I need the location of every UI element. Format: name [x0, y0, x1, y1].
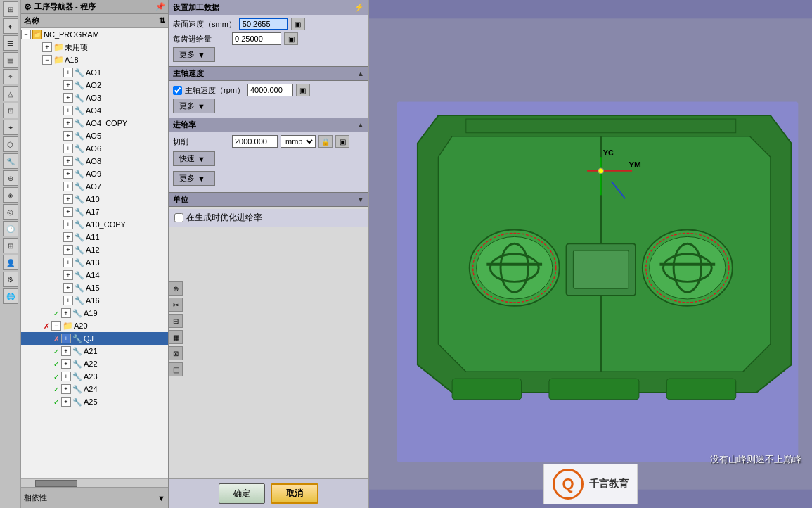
toolbar-icon-10[interactable]: 🔧	[3, 153, 18, 169]
toolbar-icon-8[interactable]: ✦	[3, 120, 18, 135]
h-scrollbar[interactable]	[21, 478, 168, 487]
tree-item-a15[interactable]: + 🔧 A15	[21, 281, 168, 294]
tree-item-qj[interactable]: ✗ + 🔧 QJ	[21, 332, 168, 345]
toolbar-icon-18[interactable]: 🌐	[3, 288, 18, 304]
toggle-a10copy[interactable]: +	[63, 220, 73, 229]
side-icon-6[interactable]: ◫	[169, 362, 183, 376]
tree-item-a18[interactable]: − 📁 A18	[21, 53, 168, 66]
toggle-ao9[interactable]: +	[63, 169, 73, 179]
tree-item-a16[interactable]: + 🔧 A16	[21, 294, 168, 307]
toolbar-icon-4[interactable]: ▤	[3, 52, 18, 68]
dialog-title-icon[interactable]: ⚡	[354, 3, 364, 12]
unit-section-header[interactable]: 单位 ▼	[169, 192, 368, 207]
tree-item-a20[interactable]: ✗ − 📁 A20	[21, 319, 168, 332]
spindle-speed-btn[interactable]: ▣	[296, 84, 310, 96]
tree-item-a12[interactable]: + 🔧 A12	[21, 243, 168, 256]
toolbar-icon-7[interactable]: ⊡	[3, 103, 18, 118]
tree-item-ao6[interactable]: + 🔧 AO6	[21, 142, 168, 155]
toggle-ao3[interactable]: +	[63, 93, 73, 103]
viewport[interactable]: YM YC Q 千言教育 没有山峰则迷不上巅峰	[369, 0, 812, 508]
feedrate-section-header[interactable]: 进给率 ▲	[169, 118, 368, 132]
cancel-button[interactable]: 取消	[271, 483, 318, 504]
cut-feedrate-lock[interactable]: 🔒	[318, 135, 333, 148]
surface-speed-btn[interactable]: ▣	[291, 18, 305, 30]
confirm-button[interactable]: 确定	[219, 483, 265, 504]
side-icon-2[interactable]: ✂	[169, 298, 183, 312]
toggle-ao1[interactable]: +	[63, 68, 73, 77]
spindle-checkbox[interactable]	[173, 86, 182, 95]
cut-unit-select[interactable]: mmpm mmpr	[281, 135, 316, 148]
toggle-a23[interactable]: +	[61, 372, 71, 381]
h-scrollbar-thumb[interactable]	[35, 480, 77, 487]
toggle-a24[interactable]: +	[61, 384, 71, 394]
toggle-ao2[interactable]: +	[63, 80, 73, 90]
toolbar-icon-12[interactable]: ◈	[3, 187, 18, 203]
toggle-ao7[interactable]: +	[63, 182, 73, 191]
toggle-ao4copy[interactable]: +	[63, 118, 73, 128]
sort-icon[interactable]: ⇅	[159, 16, 165, 25]
toggle-a25[interactable]: +	[61, 397, 71, 407]
toolbar-icon-9[interactable]: ⬡	[3, 136, 18, 152]
side-icon-4[interactable]: ▦	[169, 330, 183, 344]
tree-item-a14[interactable]: + 🔧 A14	[21, 269, 168, 281]
cut-feedrate-btn[interactable]: ▣	[335, 135, 349, 148]
toolbar-icon-14[interactable]: 🕐	[3, 221, 18, 236]
toggle-a22[interactable]: +	[61, 359, 71, 369]
toolbar-icon-3[interactable]: ☰	[3, 35, 18, 51]
toggle-a16[interactable]: +	[63, 296, 73, 305]
side-icon-1[interactable]: ⊕	[169, 281, 183, 296]
tree-item-ao4[interactable]: + 🔧 AO4	[21, 104, 168, 117]
tree-item-a21[interactable]: ✓ + 🔧 A21	[21, 345, 168, 357]
tree-item-a10[interactable]: + 🔧 A10	[21, 193, 168, 205]
toolbar-icon-6[interactable]: △	[3, 86, 18, 101]
toggle-ao6[interactable]: +	[63, 144, 73, 153]
tree-item-ao2[interactable]: + 🔧 AO2	[21, 79, 168, 91]
panel-pin-icon[interactable]: 📌	[155, 2, 165, 11]
tree-item-ao1[interactable]: + 🔧 AO1	[21, 66, 168, 79]
surface-speed-input[interactable]	[239, 18, 288, 30]
optimize-checkbox[interactable]	[174, 213, 183, 222]
toggle-a15[interactable]: +	[63, 283, 73, 293]
rapid-btn[interactable]: 快速 ▼	[173, 151, 215, 166]
toolbar-icon-16[interactable]: 👤	[3, 255, 18, 270]
toggle-a11[interactable]: +	[63, 232, 73, 242]
tree-container[interactable]: − 📁 NC_PROGRAM + 📁 未用项 − 📁 A18 + 🔧 AO1	[21, 28, 168, 478]
toolbar-icon-13[interactable]: ◎	[3, 204, 18, 220]
tree-item-a10copy[interactable]: + 🔧 A10_COPY	[21, 218, 168, 231]
bottom-panel-expand[interactable]: ▼	[157, 494, 165, 502]
toggle-a13[interactable]: +	[63, 258, 73, 267]
feed-per-tooth-btn[interactable]: ▣	[284, 32, 298, 45]
toggle-unused[interactable]: +	[42, 42, 52, 52]
toolbar-icon-15[interactable]: ⊞	[3, 238, 18, 253]
spindle-section-header[interactable]: 主轴速度 ▲	[169, 66, 368, 81]
more1-btn[interactable]: 更多 ▼	[173, 47, 215, 62]
tree-item-a13[interactable]: + 🔧 A13	[21, 256, 168, 269]
tree-item-a19[interactable]: ✓ + 🔧 A19	[21, 307, 168, 319]
toolbar-icon-11[interactable]: ⊕	[3, 170, 18, 186]
toggle-qj[interactable]: +	[61, 334, 71, 343]
toggle-a14[interactable]: +	[63, 270, 73, 280]
side-icon-3[interactable]: ⊟	[169, 314, 183, 328]
more3-btn[interactable]: 更多 ▼	[173, 171, 215, 186]
toggle-a21[interactable]: +	[61, 346, 71, 356]
tree-item-ao5[interactable]: + 🔧 AO5	[21, 129, 168, 142]
feed-per-tooth-input[interactable]	[232, 32, 281, 45]
toolbar-icon-5[interactable]: ⌖	[3, 69, 18, 84]
tree-item-ao9[interactable]: + 🔧 AO9	[21, 167, 168, 180]
tree-item-ao3[interactable]: + 🔧 AO3	[21, 91, 168, 104]
tree-item-a11[interactable]: + 🔧 A11	[21, 231, 168, 243]
toolbar-icon-2[interactable]: ♦	[3, 18, 18, 34]
toggle-a20[interactable]: −	[51, 321, 61, 331]
tree-item-ao7[interactable]: + 🔧 AO7	[21, 180, 168, 193]
toggle-a12[interactable]: +	[63, 245, 73, 255]
toggle-a17[interactable]: +	[63, 207, 73, 217]
toolbar-icon-1[interactable]: ⊞	[3, 1, 18, 17]
toggle-ao5[interactable]: +	[63, 131, 73, 141]
toolbar-icon-17[interactable]: ⚙	[3, 272, 18, 287]
toggle-root[interactable]: −	[21, 30, 31, 39]
tree-item-ao4copy[interactable]: + 🔧 AO4_COPY	[21, 117, 168, 129]
toggle-a10[interactable]: +	[63, 194, 73, 204]
tree-item-a24[interactable]: ✓ + 🔧 A24	[21, 383, 168, 395]
tree-item-a17[interactable]: + 🔧 A17	[21, 205, 168, 218]
toggle-a18[interactable]: −	[42, 55, 52, 65]
